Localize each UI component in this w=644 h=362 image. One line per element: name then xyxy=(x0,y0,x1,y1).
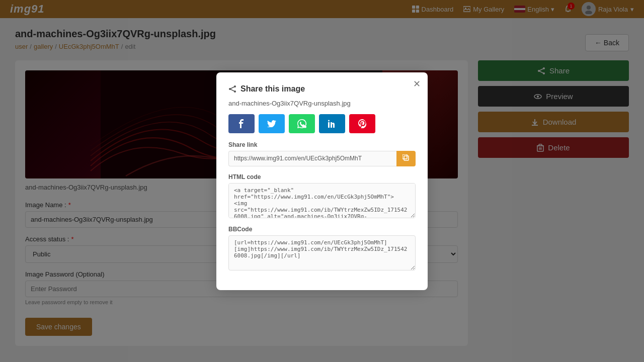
facebook-icon xyxy=(239,119,244,128)
social-icons-row xyxy=(228,114,416,133)
share-modal: ✕ Share this image and-machines-Og3iix7Q… xyxy=(216,72,428,290)
linkedin-icon xyxy=(328,120,336,128)
share-link-row xyxy=(228,151,416,166)
bbcode-textarea[interactable] xyxy=(228,235,416,270)
pinterest-share-button[interactable] xyxy=(349,114,375,133)
modal-header: Share this image xyxy=(228,84,416,94)
copy-link-button[interactable] xyxy=(396,151,416,166)
linkedin-share-button[interactable] xyxy=(319,114,345,133)
share-link-input[interactable] xyxy=(228,151,396,166)
svg-point-31 xyxy=(328,120,330,121)
facebook-share-button[interactable] xyxy=(228,114,255,133)
svg-rect-33 xyxy=(403,154,407,159)
html-code-textarea[interactable] xyxy=(228,183,416,218)
copy-icon xyxy=(403,154,410,161)
pinterest-icon xyxy=(358,119,366,128)
modal-overlay: ✕ Share this image and-machines-Og3iix7Q… xyxy=(0,0,644,356)
whatsapp-icon xyxy=(297,119,306,128)
svg-line-28 xyxy=(230,86,235,89)
whatsapp-share-button[interactable] xyxy=(289,114,315,133)
share-modal-icon xyxy=(228,85,236,93)
svg-rect-32 xyxy=(404,156,409,160)
modal-close-button[interactable]: ✕ xyxy=(413,79,421,88)
html-code-label: HTML code xyxy=(228,173,416,180)
bbcode-label: BBCode xyxy=(228,226,416,233)
modal-filename: and-machines-Og3iix7QVRg-unsplash.jpg xyxy=(228,100,416,107)
twitter-share-button[interactable] xyxy=(259,114,285,133)
svg-rect-30 xyxy=(328,122,330,128)
share-link-label: Share link xyxy=(228,141,416,148)
twitter-icon xyxy=(267,120,276,127)
svg-line-29 xyxy=(230,89,235,92)
